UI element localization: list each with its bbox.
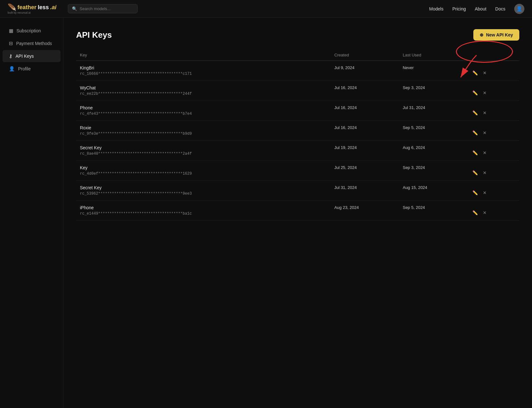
last-used-cell: Aug 15, 2024 xyxy=(399,181,467,201)
key-value: rc_ee22b********************************… xyxy=(80,92,327,96)
key-name: Roxie xyxy=(80,125,327,130)
logo-less: less xyxy=(38,4,49,11)
key-cell: Phone rc_4fe43**************************… xyxy=(76,101,330,121)
edit-button[interactable]: ✏️ xyxy=(471,110,479,116)
key-name: Secret Key xyxy=(80,145,327,150)
table-row: Secret Key rc_53962*********************… xyxy=(76,181,519,201)
created-cell: Jul 25, 2024 xyxy=(330,161,399,181)
action-cell: ✏️ ✕ xyxy=(467,201,519,221)
nav-about[interactable]: About xyxy=(475,6,487,11)
key-cell: Secret Key rc_53962*********************… xyxy=(76,181,330,201)
sidebar-item-profile[interactable]: 👤 Profile xyxy=(3,63,61,75)
delete-button[interactable]: ✕ xyxy=(482,190,488,196)
edit-button[interactable]: ✏️ xyxy=(471,190,479,196)
col-actions xyxy=(467,49,519,61)
key-value: rc_e1449********************************… xyxy=(80,211,327,216)
col-last-used: Last Used xyxy=(399,49,467,61)
delete-button[interactable]: ✕ xyxy=(482,150,488,156)
edit-button[interactable]: ✏️ xyxy=(471,130,479,136)
logo-feather: feather xyxy=(17,4,36,11)
key-name: KingBri xyxy=(80,65,327,70)
delete-button[interactable]: ✕ xyxy=(482,70,488,76)
edit-button[interactable]: ✏️ xyxy=(471,70,479,76)
col-key: Key xyxy=(76,49,330,61)
created-cell: Jul 16, 2024 xyxy=(330,101,399,121)
search-input[interactable] xyxy=(80,6,133,11)
sidebar: ▦ Subscription ⊟ Payment Methods ⚷ API K… xyxy=(0,18,63,408)
sidebar-item-api-keys[interactable]: ⚷ API Keys xyxy=(3,50,61,62)
action-cell: ✏️ ✕ xyxy=(467,141,519,161)
key-value: rc_53962********************************… xyxy=(80,191,327,196)
main-header: API Keys ⊕ New API Key xyxy=(76,29,519,41)
key-cell: KingBri rc_16666************************… xyxy=(76,61,330,81)
subscription-icon: ▦ xyxy=(9,28,13,34)
action-cell: ✏️ ✕ xyxy=(467,161,519,181)
key-value: rc_9fe3e********************************… xyxy=(80,132,327,136)
edit-button[interactable]: ✏️ xyxy=(471,210,479,216)
nav-docs[interactable]: Docs xyxy=(495,6,505,11)
edit-button[interactable]: ✏️ xyxy=(471,150,479,156)
table-row: WyChat rc_ee22b*************************… xyxy=(76,81,519,101)
key-cell: iPhone rc_e1449*************************… xyxy=(76,201,330,221)
last-used-cell: Aug 6, 2024 xyxy=(399,141,467,161)
created-cell: Jul 16, 2024 xyxy=(330,121,399,141)
key-name: iPhone xyxy=(80,205,327,210)
nav-models[interactable]: Models xyxy=(429,6,444,11)
new-api-key-label: New API Key xyxy=(486,32,513,37)
key-name: WyChat xyxy=(80,85,327,90)
sidebar-item-payment-methods[interactable]: ⊟ Payment Methods xyxy=(3,37,61,49)
created-cell: Jul 31, 2024 xyxy=(330,181,399,201)
key-cell: Roxie rc_9fe3e**************************… xyxy=(76,121,330,141)
last-used-cell: Never xyxy=(399,61,467,81)
key-cell: Key rc_4d0ef****************************… xyxy=(76,161,330,181)
table-row: KingBri rc_16666************************… xyxy=(76,61,519,81)
last-used-cell: Sep 5, 2024 xyxy=(399,201,467,221)
delete-button[interactable]: ✕ xyxy=(482,210,488,216)
key-name: Key xyxy=(80,165,327,170)
nav-pricing[interactable]: Pricing xyxy=(452,6,466,11)
logo-icon: 🪶 xyxy=(8,3,16,12)
main-content: API Keys ⊕ New API Key Key xyxy=(63,18,532,408)
table-row: Roxie rc_9fe3e**************************… xyxy=(76,121,519,141)
action-cell: ✏️ ✕ xyxy=(467,121,519,141)
created-cell: Jul 16, 2024 xyxy=(330,81,399,101)
last-used-cell: Sep 3, 2024 xyxy=(399,161,467,181)
key-value: rc_4fe43********************************… xyxy=(80,112,327,116)
user-avatar[interactable]: 👤 xyxy=(514,4,524,14)
payment-icon: ⊟ xyxy=(9,41,13,46)
sidebar-item-label: Payment Methods xyxy=(16,41,52,46)
sidebar-item-label: Profile xyxy=(18,66,31,71)
delete-button[interactable]: ✕ xyxy=(482,130,488,136)
action-cell: ✏️ ✕ xyxy=(467,61,519,81)
api-key-icon: ⚷ xyxy=(9,53,12,59)
key-value: rc_8ae40********************************… xyxy=(80,152,327,156)
created-cell: Jul 19, 2024 xyxy=(330,141,399,161)
delete-button[interactable]: ✕ xyxy=(482,170,488,176)
last-used-cell: Sep 5, 2024 xyxy=(399,121,467,141)
key-value: rc_4d0ef********************************… xyxy=(80,172,327,176)
sidebar-item-label: Subscription xyxy=(16,28,41,33)
edit-button[interactable]: ✏️ xyxy=(471,170,479,176)
table-row: Key rc_4d0ef****************************… xyxy=(76,161,519,181)
delete-button[interactable]: ✕ xyxy=(482,90,488,96)
sidebar-item-subscription[interactable]: ▦ Subscription xyxy=(3,25,61,37)
key-cell: Secret Key rc_8ae40*********************… xyxy=(76,141,330,161)
key-name: Phone xyxy=(80,105,327,110)
col-created: Created xyxy=(330,49,399,61)
delete-button[interactable]: ✕ xyxy=(482,110,488,116)
table-row: Phone rc_4fe43**************************… xyxy=(76,101,519,121)
logo-subtitle: built by recursal.ai xyxy=(8,11,56,14)
key-value: rc_16666********************************… xyxy=(80,72,327,76)
search-icon: 🔍 xyxy=(72,6,77,11)
api-keys-table: Key Created Last Used KingBri rc_16666**… xyxy=(76,49,519,221)
sidebar-item-label: API Keys xyxy=(16,54,34,59)
key-name: Secret Key xyxy=(80,185,327,190)
created-cell: Jul 9, 2024 xyxy=(330,61,399,81)
new-api-key-button[interactable]: ⊕ New API Key xyxy=(473,29,519,41)
key-cell: WyChat rc_ee22b*************************… xyxy=(76,81,330,101)
search-box[interactable]: 🔍 xyxy=(68,4,138,13)
logo[interactable]: 🪶 featherless.ai built by recursal.ai xyxy=(8,3,56,14)
edit-button[interactable]: ✏️ xyxy=(471,90,479,96)
profile-icon: 👤 xyxy=(9,66,15,72)
created-cell: Aug 23, 2024 xyxy=(330,201,399,221)
